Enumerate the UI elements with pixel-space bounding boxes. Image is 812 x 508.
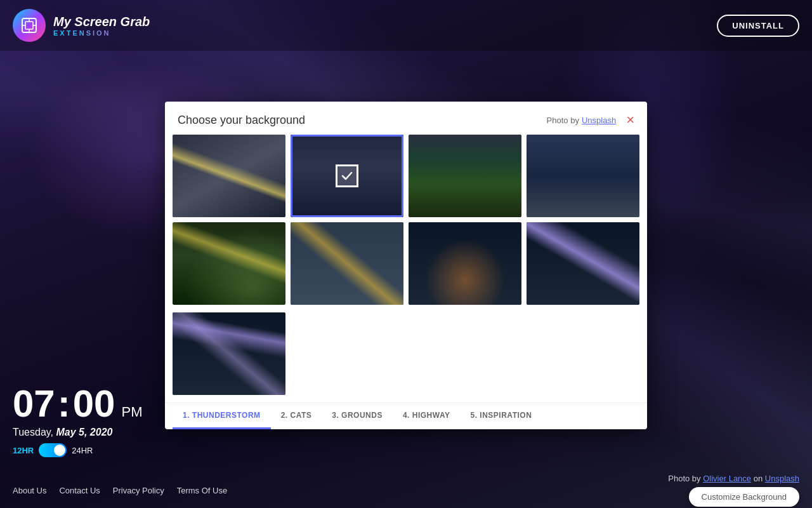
modal-photo-credit: Photo by Unsplash × [547, 113, 634, 127]
footer-photographer-link[interactable]: Olivier Lance [703, 474, 751, 483]
logo-main-text: My Screen Grab [53, 15, 150, 29]
clock-hour: 07 [13, 382, 55, 425]
footer-links: About Us Contact Us Privacy Policy Terms… [13, 486, 227, 495]
footer-photo-credit: Photo by Olivier Lance on Unsplash [668, 474, 799, 483]
footer-contact-link[interactable]: Contact Us [59, 486, 100, 495]
clock-ampm: PM [121, 404, 142, 420]
modal-close-button[interactable]: × [626, 113, 634, 127]
logo-area: My Screen Grab EXTENSION [13, 9, 150, 42]
background-option-3[interactable] [409, 135, 521, 217]
modal-title: Choose your background [178, 114, 305, 127]
background-chooser-modal: Choose your background Photo by Unsplash… [165, 102, 647, 429]
logo-text: My Screen Grab EXTENSION [53, 15, 150, 37]
modal-header: Choose your background Photo by Unsplash… [165, 102, 647, 135]
category-tab-grounds[interactable]: 3. GROUNDS [322, 403, 393, 429]
background-option-9[interactable] [173, 312, 285, 395]
category-tabs: 1. THUNDERSTORM 2. CATS 3. GROUNDS 4. HI… [165, 403, 647, 429]
background-option-2[interactable] [291, 135, 403, 217]
svg-rect-1 [25, 22, 33, 29]
unsplash-link[interactable]: Unsplash [582, 116, 616, 125]
footer-credit-on: on [754, 474, 763, 483]
background-option-7[interactable] [409, 222, 521, 305]
customize-background-button[interactable]: Customize Background [689, 487, 799, 507]
category-tab-thunderstorm[interactable]: 1. THUNDERSTORM [173, 403, 271, 429]
photo-credit-prefix: Photo by [547, 116, 579, 125]
footer-credit-prefix: Photo by [668, 474, 700, 483]
background-option-8[interactable] [527, 222, 639, 305]
clock-display: 07 : 00 PM [13, 382, 142, 425]
logo-icon [13, 9, 46, 42]
category-tab-highway[interactable]: 4. HIGHWAY [393, 403, 461, 429]
check-box [336, 164, 358, 187]
clock-separator: : [58, 382, 70, 425]
logo-sub-text: EXTENSION [53, 29, 150, 37]
clock-minute: 00 [73, 382, 115, 425]
footer-right: Photo by Olivier Lance on Unsplash Custo… [668, 474, 799, 507]
category-tab-inspiration[interactable]: 5. INSPIRATION [461, 403, 542, 429]
format-24hr-label: 24HR [72, 446, 93, 455]
selected-check-overlay [291, 135, 403, 217]
category-tab-cats[interactable]: 2. CATS [271, 403, 322, 429]
uninstall-button[interactable]: UNINSTALL [717, 15, 799, 37]
clock-day: Tuesday, [13, 427, 53, 438]
background-option-4[interactable] [527, 135, 639, 217]
clock-date: Tuesday, May 5, 2020 [13, 427, 142, 438]
grid-placeholder-2 [409, 312, 521, 395]
clock-date-bold: May 5, 2020 [56, 427, 112, 438]
grid-placeholder-3 [527, 312, 639, 395]
header: My Screen Grab EXTENSION UNINSTALL [0, 0, 812, 51]
footer-unsplash-link[interactable]: Unsplash [765, 474, 799, 483]
footer: About Us Contact Us Privacy Policy Terms… [0, 472, 812, 508]
footer-terms-link[interactable]: Terms Of Use [177, 486, 227, 495]
background-option-1[interactable] [173, 135, 285, 217]
background-option-5[interactable] [173, 222, 285, 305]
image-grid [165, 135, 647, 312]
toggle-knob [54, 444, 65, 456]
clock-area: 07 : 00 PM Tuesday, May 5, 2020 12HR 24H… [13, 382, 142, 457]
format-12hr-label: 12HR [13, 446, 34, 455]
image-grid-last-row [165, 312, 647, 400]
time-format-toggle: 12HR 24HR [13, 443, 142, 457]
footer-about-link[interactable]: About Us [13, 486, 46, 495]
footer-privacy-link[interactable]: Privacy Policy [113, 486, 164, 495]
background-option-6[interactable] [291, 222, 403, 305]
time-format-switch[interactable] [39, 443, 67, 457]
grid-placeholder-1 [291, 312, 403, 395]
